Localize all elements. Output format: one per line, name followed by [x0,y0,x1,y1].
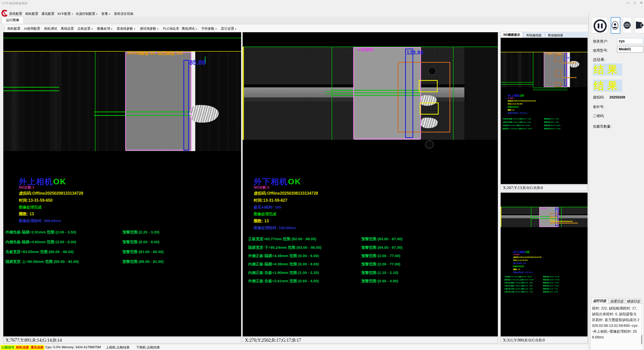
model-field[interactable]: Model1 [617,46,643,53]
tool-camera-config[interactable]: 相机配置 [7,26,20,31]
log-scrollbar-track[interactable] [641,305,642,348]
preview-tab-ng[interactable]: NG截图显示 [501,32,523,38]
orange-roi-box [555,70,561,77]
upper-camera-status: 上相机:点检结束 [106,345,130,350]
tiny-annotation [562,62,576,63]
user-login-button[interactable] [611,17,620,34]
user-manage-button[interactable] [623,17,632,33]
log-tab-error[interactable]: 错误日志 [625,298,641,304]
warn-range: 预警范围:(83.00 - 87.00) [361,237,402,241]
mini-process-done: 图像处理完成 [513,265,524,268]
mini-measurement: 内侧负极-隔膜=4.60mm 范围:(3.00 - 6.00) [503,121,531,123]
preview-tab-material-curve[interactable]: 料线曲线图 [523,32,544,38]
model-label: 使用型号: [593,48,608,53]
tool-plc-address[interactable]: PLC地址库 [163,26,179,31]
maximize-button[interactable]: □ [632,1,638,5]
pause-icon [594,19,607,32]
pause-button[interactable] [591,17,608,33]
left-camera-panel[interactable]: AI平均阈值:93, 动态阈值:100 85.88 外上相机OK NG次数:1 … [3,32,241,336]
tiny-annotation [550,223,578,224]
status-bar: 心跳信号 相机连接 通讯连接 Cpu: 0.0% Memory: 3424.41… [0,344,589,350]
lower-coords-bar: X:270;Y:2502;R:17;G:17;B:17 [243,337,498,343]
blue-roi-box [564,53,567,86]
mini-ng-count: NG次数:1 [508,97,514,99]
mini-measurement: 隔膜宽度-下=95.24mm 范围:(93.00 - 98.00) [504,279,534,281]
yellow-tab-box [420,102,439,115]
total-result-label: 总结果: [593,57,605,62]
log-content-box[interactable]: 耗时: 222, 缺陷检测耗时: 17, 缺陷分类耗时: 0, 缺陷提取分区耗时… [590,304,644,350]
mini-loop-count: 圈数: 13 [508,109,514,111]
green-horizontal-line [3,90,59,91]
green-vertical-line [531,207,531,227]
green-vertical-line [95,52,95,151]
close-button[interactable]: ✕ [638,1,644,5]
tool-testitem-params[interactable]: 测试项参数 [140,26,158,31]
mini-warn: 预警范围:(83.00 - 87.00) [543,276,559,278]
tab-ai-time-label: 极耳AI耗时: 165 [254,205,281,210]
menu-language-switch[interactable]: 系统语言切换 [114,12,134,16]
ng-preview-top[interactable]: AI平均阈值:93, 动态阈值:100 85.88 外上相机OK NG次数:1 … [501,38,588,184]
tool-other-settings[interactable]: 其它设置 [221,26,236,31]
tool-spotcheck-set[interactable]: 点检设置 [77,26,93,31]
menu-io-config[interactable]: IO卡配置 [57,12,73,16]
mini-time: 时间:13-31-59-650 [508,103,522,105]
mini-measurement: 内侧正极-负极=1.90mm 范围:(1.00 - 2.20) [504,288,533,290]
tool-image-process[interactable]: 图像处理 [97,26,112,31]
mini-virtual-code: 虚拟码:Offline20250208133134728 [513,256,541,259]
green-vertical-line [533,52,533,87]
tool-baseline-params[interactable]: 基准线参数 [117,26,135,31]
ng-preview-bottom[interactable]: AI检测框 123.88 外下相机OK NG次数:0 虚拟码:Offline20… [501,193,588,336]
yellow-tab-box [419,80,438,92]
qr-code-label: 二维码: [593,114,604,118]
preview-image: AI平均阈值:93, 动态阈值:100 85.88 [501,52,588,87]
tool-offline-set[interactable]: 离线设置 [61,26,74,31]
mini-ng-count: NG次数:0 [513,254,520,256]
menu-view[interactable]: 查看 [101,12,110,16]
log-content: 耗时: 222, 缺陷检测耗时: 17, 缺陷分类耗时: 0, 缺陷提取分区耗时… [592,305,639,340]
left-camera-image [3,52,241,151]
blue-roi-box [183,60,189,151]
mini-measurement: 外侧正极-负极=2.61mm 范围:(0.60 - 4.00) [504,291,533,293]
orange-roi-box [550,213,557,217]
mini-ai-box-label: AI检测框 [540,207,546,210]
virtual-code-label: 虚拟码:Offline20250208133134728 [254,191,318,196]
orange-roi-box [555,83,561,87]
mini-process-time: 图像处理耗时: 183.00ms [513,271,533,274]
users-group-icon [623,21,631,29]
camera-connect-indicator: 相机连接 [15,345,30,350]
app-window: CYS-视觉检测系统 — □ ✕ 系统配置 相机配置 通讯配置 IO卡配置 光源… [0,0,644,350]
preview-tab-data-curve[interactable]: 数据曲线图 [545,32,566,38]
warn-range: 预警范围:(2.00 - 77.00) [361,262,400,267]
tool-ai-use-config[interactable]: AI使用配置 [24,26,40,31]
mini-warn: 预警范围:(2.00 - 77.00) [543,282,559,284]
menu-comm-config[interactable]: 通讯配置 [41,12,54,16]
log-scrollbar-thumb[interactable] [641,335,642,344]
tool-char-params[interactable]: 字符参数 [201,26,217,31]
minimize-button[interactable]: — [625,1,631,5]
green-reference-line [3,38,241,38]
menu-light-config[interactable]: 光源控制配置 [76,12,98,16]
process-time-label: 图像处理耗时: 183.00ms [254,226,296,230]
toolbar-drag-handle-icon[interactable] [4,25,5,31]
tool-offline-debug[interactable]: 离线调试 [182,26,197,31]
measurement-row: 内侧正极-隔膜=4.38mm 范围:(0.00 - 9.00) [248,262,319,267]
log-tab-setting[interactable]: 设置日志 [609,298,625,304]
preview-image: AI检测框 123.88 [501,207,588,227]
mini-warn: 预警范围:(2.00 - 77.00) [543,285,559,287]
mini-measurement: 隔膜宽度-上=90.56mm 范围:(88.00 - 92.00) [503,128,532,130]
mini-tab-ai-time: 极耳AI耗时: 165 [513,262,526,265]
login-user-field[interactable]: cys [617,38,643,44]
toolbar: 相机配置 AI使用配置 相机调试 离线设置 点检设置 图像处理 基准线参数 测试… [2,24,588,33]
tool-camera-debug[interactable]: 相机调试 [44,26,57,31]
tab-run-image[interactable]: 运行图像 [2,17,24,23]
ai-threshold-label: AI平均阈值:93, 动态阈值:100 [127,50,183,56]
menu-system-config[interactable]: 系统配置 [9,12,22,16]
sidebar: 登录用户: cys 使用型号: Model1 总结果: 结果 结果 虚拟码: 2… [589,13,644,350]
process-done-label: 图像处理完成 [254,212,276,217]
lower-camera-panel[interactable]: AI检测框 123.88 外下相机OK NG次数:0 虚拟码:Offline20… [243,32,498,336]
menu-camera-config[interactable]: 相机配置 [25,12,38,16]
warn-range: 预警范围:(1.10 - 2.10) [361,270,398,275]
exit-button[interactable] [634,17,644,33]
ng-count-label: NG次数:1 [19,185,34,190]
log-tab-run[interactable]: 运行日志 [591,298,608,304]
